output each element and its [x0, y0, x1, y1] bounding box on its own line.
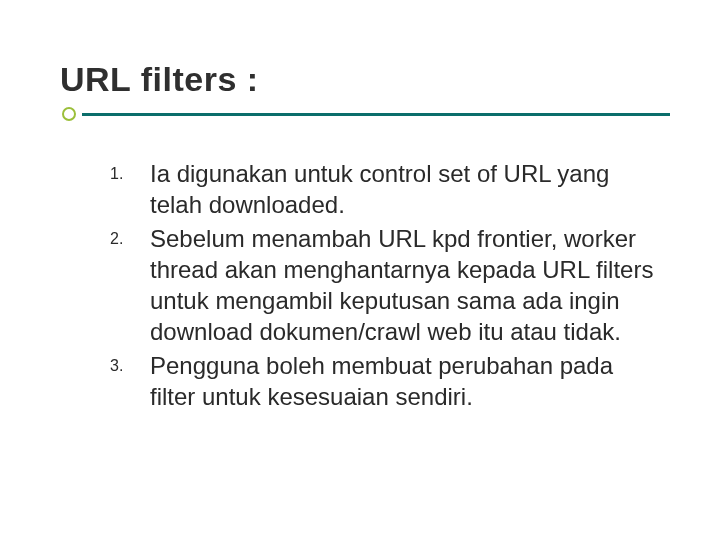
numbered-list: 1. Ia digunakan untuk control set of URL…: [60, 159, 670, 413]
list-item-number: 3.: [110, 351, 150, 375]
list-item: 1. Ia digunakan untuk control set of URL…: [110, 159, 660, 220]
list-item-text: Pengguna boleh membuat perubahan pada fi…: [150, 351, 660, 412]
title-row: URL filters :: [60, 60, 670, 99]
list-item-number: 2.: [110, 224, 150, 248]
list-item-text: Sebelum menambah URL kpd frontier, worke…: [150, 224, 660, 347]
slide: URL filters : 1. Ia digunakan untuk cont…: [0, 0, 720, 540]
list-item-text: Ia digunakan untuk control set of URL ya…: [150, 159, 660, 220]
title-underline: [60, 107, 670, 121]
underline-bar: [82, 113, 670, 116]
list-item: 2. Sebelum menambah URL kpd frontier, wo…: [110, 224, 660, 347]
list-item-number: 1.: [110, 159, 150, 183]
circle-icon: [62, 107, 76, 121]
slide-title: URL filters :: [60, 60, 259, 99]
list-item: 3. Pengguna boleh membuat perubahan pada…: [110, 351, 660, 412]
